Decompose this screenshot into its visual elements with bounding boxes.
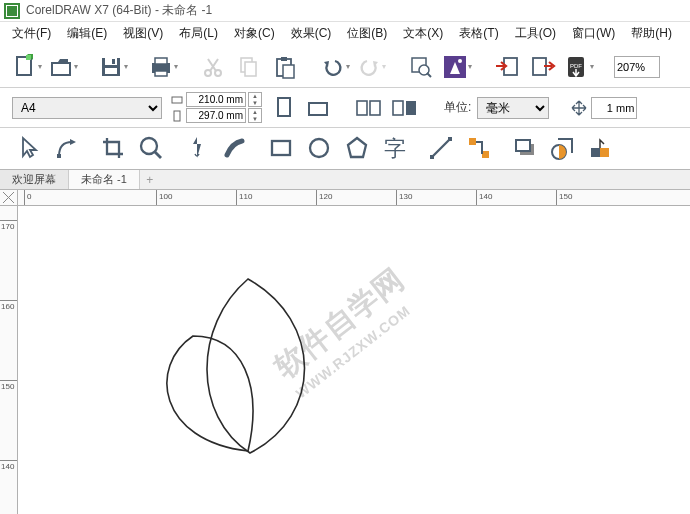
svg-rect-5 (105, 58, 117, 65)
print-button[interactable]: ▾ (148, 52, 178, 82)
undo-button[interactable]: ▾ (320, 52, 350, 82)
svg-rect-9 (155, 58, 167, 64)
menu-edit[interactable]: 编辑(E) (59, 23, 115, 44)
svg-rect-28 (174, 111, 180, 121)
chevron-down-icon: ▾ (346, 62, 350, 71)
menu-tool[interactable]: 工具(O) (507, 23, 564, 44)
svg-line-42 (432, 139, 450, 157)
rectangle-tool[interactable] (264, 131, 298, 165)
svg-rect-6 (105, 68, 117, 74)
text-tool[interactable]: 字 (378, 131, 412, 165)
landscape-button[interactable] (304, 94, 334, 122)
svg-line-20 (427, 73, 431, 77)
shape-tool[interactable] (50, 131, 84, 165)
zoom-tool[interactable] (134, 131, 168, 165)
svg-rect-17 (283, 65, 294, 78)
eyedropper-tool[interactable] (584, 131, 618, 165)
window-title: CorelDRAW X7 (64-Bit) - 未命名 -1 (26, 2, 212, 19)
new-button[interactable]: ▾ (12, 52, 42, 82)
svg-rect-43 (430, 155, 434, 159)
svg-rect-51 (591, 148, 600, 157)
unit-select[interactable]: 毫米 (477, 97, 549, 119)
all-pages-button[interactable] (354, 94, 384, 122)
portrait-button[interactable] (268, 94, 298, 122)
menu-table[interactable]: 表格(T) (451, 23, 506, 44)
tab-add-button[interactable]: + (140, 173, 160, 187)
save-button[interactable]: ▾ (98, 52, 128, 82)
svg-rect-14 (245, 62, 256, 76)
chevron-down-icon: ▾ (382, 62, 386, 71)
svg-point-22 (458, 59, 462, 63)
page-dimensions: ▲▼ ▲▼ (170, 92, 262, 123)
open-button[interactable]: ▾ (48, 52, 78, 82)
ellipse-tool[interactable] (302, 131, 336, 165)
horizontal-ruler[interactable]: 0 100 110 120 130 140 150 (18, 190, 690, 206)
width-icon (170, 94, 184, 106)
drop-shadow-tool[interactable] (508, 131, 542, 165)
redo-button[interactable]: ▾ (356, 52, 386, 82)
svg-rect-38 (272, 141, 290, 155)
vertical-ruler[interactable]: 170 160 150 140 (0, 206, 18, 514)
menu-object[interactable]: 对象(C) (226, 23, 283, 44)
svg-rect-16 (281, 57, 287, 61)
polygon-tool[interactable] (340, 131, 374, 165)
menu-file[interactable]: 文件(F) (4, 23, 59, 44)
svg-rect-34 (406, 101, 416, 115)
publish-pdf-button[interactable]: PDF ▾ (564, 52, 594, 82)
svg-line-37 (155, 152, 161, 158)
paste-button[interactable] (270, 52, 300, 82)
svg-rect-45 (469, 138, 476, 145)
artistic-media-tool[interactable] (218, 131, 252, 165)
property-bar: A4 ▲▼ ▲▼ 单位: 毫米 (0, 88, 690, 128)
chevron-down-icon: ▾ (74, 62, 78, 71)
spinner[interactable]: ▲▼ (248, 108, 262, 123)
page-width-input[interactable] (186, 92, 246, 107)
transparency-tool[interactable] (546, 131, 580, 165)
svg-text:PDF: PDF (570, 63, 582, 69)
dimension-tool[interactable] (424, 131, 458, 165)
svg-rect-3 (53, 64, 69, 74)
import-button[interactable] (492, 52, 522, 82)
page-height-input[interactable] (186, 108, 246, 123)
svg-rect-46 (482, 151, 489, 158)
svg-marker-2 (26, 55, 31, 60)
current-page-button[interactable] (390, 94, 420, 122)
menu-window[interactable]: 窗口(W) (564, 23, 623, 44)
menu-effect[interactable]: 效果(C) (283, 23, 340, 44)
export-button[interactable] (528, 52, 558, 82)
copy-button[interactable] (234, 52, 264, 82)
menubar: 文件(F) 编辑(E) 视图(V) 布局(L) 对象(C) 效果(C) 位图(B… (0, 22, 690, 44)
page-size-select[interactable]: A4 (12, 97, 162, 119)
connector-tool[interactable] (462, 131, 496, 165)
standard-toolbar: ▾ ▾ ▾ ▾ ▾ ▾ ▾ PD (0, 44, 690, 88)
svg-marker-40 (348, 138, 366, 157)
document-tabs: 欢迎屏幕 未命名 -1 + (0, 170, 690, 190)
chevron-down-icon: ▾ (38, 62, 42, 71)
search-button[interactable] (406, 52, 436, 82)
menu-help[interactable]: 帮助(H) (623, 23, 680, 44)
menu-view[interactable]: 视图(V) (115, 23, 171, 44)
svg-point-36 (141, 138, 157, 154)
ruler-origin[interactable] (0, 190, 18, 206)
svg-text:字: 字 (384, 136, 406, 161)
svg-rect-7 (112, 59, 115, 64)
tab-document[interactable]: 未命名 -1 (69, 170, 140, 189)
spinner[interactable]: ▲▼ (248, 92, 262, 107)
canvas[interactable]: 软件自学网 WWW.RJZXW.COM (18, 206, 690, 514)
zoom-input[interactable] (614, 56, 660, 78)
launch-button[interactable]: ▾ (442, 52, 472, 82)
freehand-tool[interactable] (180, 131, 214, 165)
chevron-down-icon: ▾ (590, 62, 594, 71)
nudge-input[interactable] (591, 97, 637, 119)
tab-welcome[interactable]: 欢迎屏幕 (0, 170, 69, 189)
titlebar: CorelDRAW X7 (64-Bit) - 未命名 -1 (0, 0, 690, 22)
drawing-content (18, 206, 690, 514)
svg-rect-32 (370, 101, 380, 115)
crop-tool[interactable] (96, 131, 130, 165)
pick-tool[interactable] (12, 131, 46, 165)
menu-layout[interactable]: 布局(L) (171, 23, 226, 44)
svg-rect-30 (309, 103, 327, 115)
menu-bitmap[interactable]: 位图(B) (339, 23, 395, 44)
cut-button[interactable] (198, 52, 228, 82)
menu-text[interactable]: 文本(X) (395, 23, 451, 44)
